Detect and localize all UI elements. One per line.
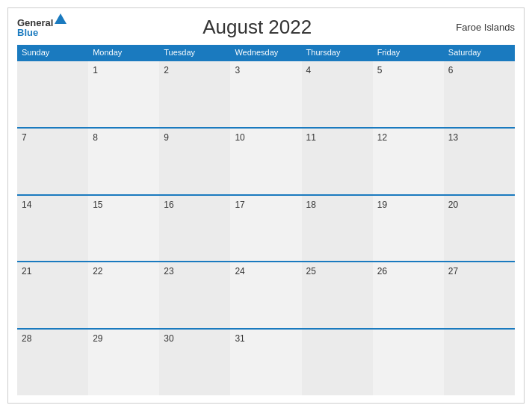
day-cell: 25 xyxy=(302,262,373,328)
day-cell: 21 xyxy=(17,262,88,328)
day-cell: 13 xyxy=(444,129,515,194)
day-header-thursday: Thursday xyxy=(302,45,373,60)
logo-general: General xyxy=(17,18,53,28)
day-cell: 23 xyxy=(159,262,230,328)
day-cell: 12 xyxy=(373,129,444,194)
week-row-5: 28293031 xyxy=(17,328,515,395)
calendar-title: August 2022 xyxy=(66,16,448,39)
day-cell: 26 xyxy=(373,262,444,328)
day-cell: 29 xyxy=(88,330,159,395)
logo-blue: Blue xyxy=(17,28,38,37)
logo: General Blue xyxy=(17,18,66,37)
calendar-grid: SundayMondayTuesdayWednesdayThursdayFrid… xyxy=(17,45,515,395)
day-cell: 31 xyxy=(230,330,301,395)
day-cell: 8 xyxy=(88,129,159,194)
week-row-1: 123456 xyxy=(17,60,515,127)
day-header-wednesday: Wednesday xyxy=(230,45,301,60)
logo-triangle-icon xyxy=(55,13,66,24)
day-cell xyxy=(302,330,373,395)
calendar-header: General Blue August 2022 Faroe Islands xyxy=(17,16,515,39)
region-label: Faroe Islands xyxy=(448,22,515,33)
day-header-sunday: Sunday xyxy=(17,45,88,60)
day-cell: 4 xyxy=(302,61,373,127)
day-header-saturday: Saturday xyxy=(444,45,515,60)
day-cell: 24 xyxy=(230,262,301,328)
day-cell: 10 xyxy=(230,129,301,194)
day-headers-row: SundayMondayTuesdayWednesdayThursdayFrid… xyxy=(17,45,515,60)
day-cell xyxy=(17,61,88,127)
day-cell: 9 xyxy=(159,129,230,194)
day-cell: 15 xyxy=(88,196,159,262)
week-row-2: 78910111213 xyxy=(17,127,515,194)
day-cell: 3 xyxy=(230,61,301,127)
day-cell: 7 xyxy=(17,129,88,194)
day-header-friday: Friday xyxy=(373,45,444,60)
day-cell: 14 xyxy=(17,196,88,262)
week-row-3: 14151617181920 xyxy=(17,194,515,262)
day-cell: 5 xyxy=(373,61,444,127)
day-cell: 1 xyxy=(88,61,159,127)
day-cell: 18 xyxy=(302,196,373,262)
calendar-container: General Blue August 2022 Faroe Islands S… xyxy=(7,7,525,404)
day-cell: 27 xyxy=(444,262,515,328)
day-cell: 11 xyxy=(302,129,373,194)
day-cell: 2 xyxy=(159,61,230,127)
day-cell: 20 xyxy=(444,196,515,262)
day-header-monday: Monday xyxy=(88,45,159,60)
day-cell xyxy=(373,330,444,395)
day-cell: 16 xyxy=(159,196,230,262)
day-cell: 6 xyxy=(444,61,515,127)
day-header-tuesday: Tuesday xyxy=(159,45,230,60)
day-cell: 28 xyxy=(17,330,88,395)
week-row-4: 21222324252627 xyxy=(17,261,515,328)
day-cell: 30 xyxy=(159,330,230,395)
day-cell: 17 xyxy=(230,196,301,262)
day-cell: 19 xyxy=(373,196,444,262)
day-cell: 22 xyxy=(88,262,159,328)
day-cell xyxy=(444,330,515,395)
